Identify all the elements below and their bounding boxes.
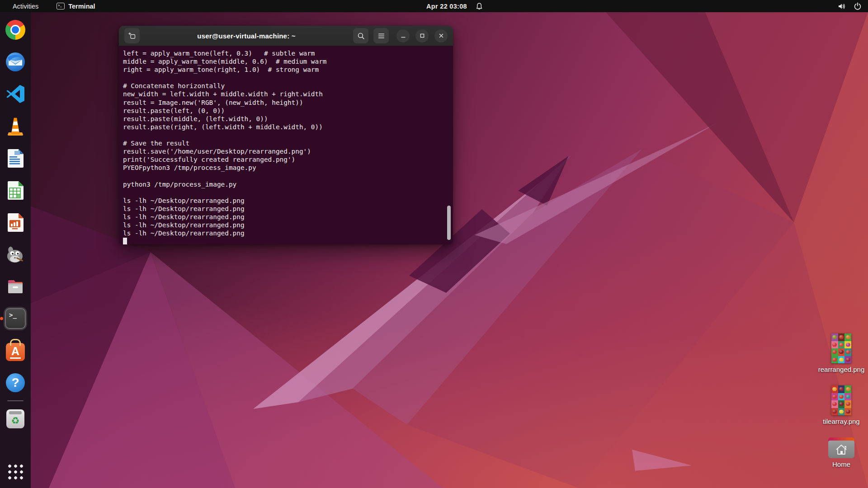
minimize-button[interactable] (396, 29, 410, 42)
running-indicator (0, 317, 3, 320)
thumbnail-tile (831, 385, 838, 393)
dock-item-trash[interactable] (4, 407, 27, 431)
dock-item-app-grid[interactable] (4, 460, 27, 483)
terminal-line (123, 172, 448, 180)
terminal-titlebar[interactable]: user@user-virtual-machine: ~ (119, 26, 453, 46)
terminal-line: right = apply_warm_tone(right, 1.0) # st… (123, 66, 448, 74)
dock-item-libreoffice-calc[interactable] (4, 178, 27, 202)
thumbnail-tile (844, 341, 851, 349)
terminal-line: PYEOFpython3 /tmp/process_image.py (123, 164, 448, 172)
dock-item-chrome[interactable] (4, 18, 27, 42)
desktop-icon-label: Home (832, 460, 850, 468)
dock-item-vlc[interactable] (4, 114, 27, 138)
dock-item-terminal[interactable] (4, 307, 27, 330)
terminal-window: user@user-virtual-machine: ~ left (119, 26, 453, 244)
libreoffice-impress-icon (5, 212, 26, 233)
search-button[interactable] (353, 28, 368, 43)
power-icon (854, 3, 862, 10)
window-controls (396, 29, 448, 42)
thumbnail-tile (831, 348, 838, 356)
terminal-line: print('Successfully created rearranged.p… (123, 155, 448, 164)
thumbnail-tile (838, 356, 845, 364)
system-status-area[interactable] (838, 0, 862, 12)
thumbnail-tile (831, 400, 838, 408)
terminal-scrollbar[interactable] (447, 206, 451, 240)
terminal-prompt-line (123, 237, 448, 244)
terminal-line: result.paste(right, (left.width + middle… (123, 123, 448, 131)
desktop-icons: rearranged.png tilearray.png Home (815, 333, 868, 468)
terminal-line: python3 /tmp/process_image.py (123, 180, 448, 188)
close-button[interactable] (434, 29, 448, 42)
terminal-output: left = apply_warm_tone(left, 0.3) # subt… (123, 49, 448, 244)
focused-app-indicator[interactable]: Terminal (53, 0, 99, 12)
thumbnail-tile (831, 408, 838, 416)
dock-separator (7, 400, 24, 401)
terminal-app-icon (57, 3, 65, 9)
thumbnail-tile (838, 393, 845, 401)
dock-item-help[interactable] (4, 371, 27, 394)
thumbnail-tile (831, 341, 838, 349)
thumbnail-tile (838, 408, 845, 416)
desktop: { "topbar": { "activities": "Activities"… (0, 0, 868, 488)
thumbnail-tile (844, 333, 851, 341)
desktop-icon-rearranged-png[interactable]: rearranged.png (818, 333, 865, 373)
thumbnail-tile (844, 393, 851, 401)
libreoffice-calc-icon (5, 180, 26, 201)
thumbnail-tile (844, 408, 851, 416)
window-title: user@user-virtual-machine: ~ (144, 32, 349, 40)
dock-item-thunderbird[interactable] (4, 50, 27, 74)
desktop-icon-tilearray-png[interactable]: tilearray.png (823, 385, 859, 425)
notification-bell-icon (475, 3, 483, 10)
terminal-line: result = Image.new('RGB', (new_width, he… (123, 99, 448, 107)
thumbnail-tile (844, 385, 851, 393)
trash-icon (5, 408, 26, 429)
titlebar-actions (353, 28, 448, 43)
terminal-line: result.paste(middle, (left.width, 0)) (123, 115, 448, 123)
dock-item-libreoffice-writer[interactable] (4, 146, 27, 170)
thumbnail-tile (844, 400, 851, 408)
dock-item-gimp[interactable] (4, 243, 27, 266)
terminal-line: result.save('/home/user/Desktop/rearrang… (123, 147, 448, 155)
thunderbird-icon (5, 52, 26, 72)
dock (0, 12, 31, 488)
terminal-screen[interactable]: left = apply_warm_tone(left, 0.3) # subt… (119, 46, 453, 244)
thumbnail-tile (838, 385, 845, 393)
maximize-button[interactable] (415, 29, 429, 42)
vscode-icon (5, 84, 26, 104)
terminal-line: result.paste(left, (0, 0)) (123, 107, 448, 115)
clock-text: Apr 22 03:08 (426, 3, 467, 10)
terminal-line: # Save the result (123, 139, 448, 147)
thumbnail-tile (838, 348, 845, 356)
dock-item-vscode[interactable] (4, 82, 27, 106)
ubuntu-software-icon (5, 340, 26, 361)
house-glyph (834, 443, 849, 456)
terminal-line: left = apply_warm_tone(left, 0.3) # subt… (123, 49, 448, 57)
tilearray-png-thumbnail (831, 385, 851, 415)
terminal-line: middle = apply_warm_tone(middle, 0.6) # … (123, 57, 448, 66)
home-folder-icon (828, 437, 854, 458)
terminal-line (123, 131, 448, 139)
help-icon (5, 372, 26, 393)
thumbnail-tile (831, 356, 838, 364)
thumbnail-tile (838, 341, 845, 349)
thumbnail-tile (844, 356, 851, 364)
focused-app-name: Terminal (68, 3, 95, 10)
desktop-icon-home[interactable]: Home (828, 437, 854, 468)
desktop-icon-label: tilearray.png (823, 418, 859, 425)
new-tab-button[interactable] (124, 28, 140, 43)
terminal-line (123, 74, 448, 82)
terminal-cursor (123, 238, 127, 244)
menu-button[interactable] (373, 28, 389, 43)
dock-item-libreoffice-impress[interactable] (4, 211, 27, 234)
activities-button[interactable]: Activities (8, 0, 43, 12)
clock-menu[interactable]: Apr 22 03:08 (426, 0, 483, 12)
dock-item-ubuntu-software[interactable] (4, 339, 27, 362)
thumbnail-tile (838, 333, 845, 341)
terminal-icon (5, 308, 26, 329)
thumbnail-tile (838, 400, 845, 408)
gimp-icon (5, 244, 26, 265)
thumbnail-tile (844, 348, 851, 356)
volume-icon (838, 3, 846, 10)
dock-item-files[interactable] (4, 275, 27, 298)
terminal-line: # Concatenate horizontally (123, 82, 448, 90)
